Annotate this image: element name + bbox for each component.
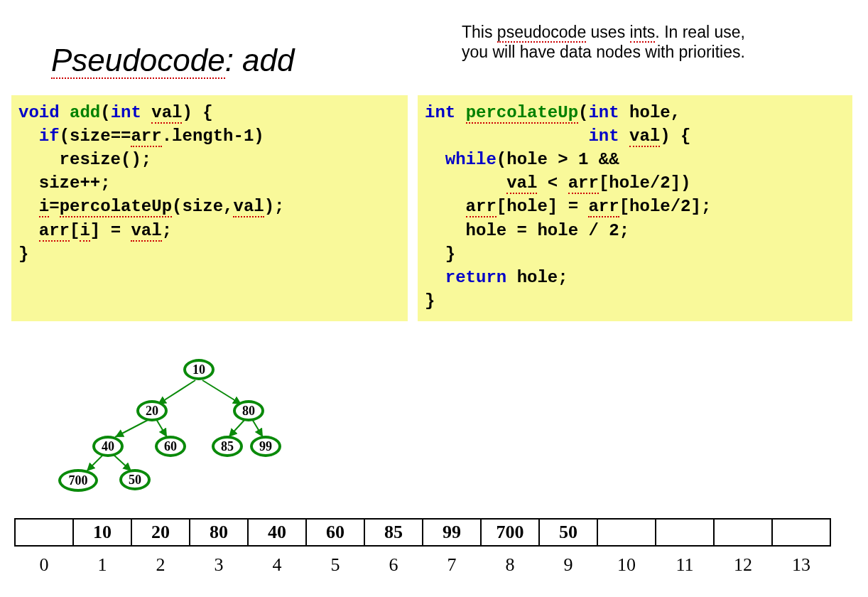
array-cell-7: 99 <box>422 518 482 547</box>
code-add: void add(int val) { if(size==arr.length-… <box>11 95 408 321</box>
slide: Pseudocode: add This pseudocode uses int… <box>0 0 868 597</box>
index-2: 2 <box>131 554 190 576</box>
index-7: 7 <box>422 554 482 576</box>
index-5: 5 <box>305 554 365 576</box>
svg-line-6 <box>87 455 103 471</box>
array-cell-12 <box>713 518 773 547</box>
array-cell-0 <box>14 518 74 547</box>
array-cell-9: 50 <box>538 518 598 547</box>
index-8: 8 <box>480 554 540 576</box>
index-12: 12 <box>713 554 773 576</box>
array-cell-13 <box>771 518 831 547</box>
svg-line-4 <box>229 419 245 437</box>
title-underlined: Pseudocode <box>51 43 225 79</box>
svg-line-2 <box>115 419 149 437</box>
array-cell-11 <box>655 518 715 547</box>
svg-line-5 <box>252 419 263 437</box>
array-cell-10 <box>597 518 656 547</box>
code-percolate-up: int percolateUp(int hole, int val) { whi… <box>418 95 852 321</box>
tree-node-5: 60 <box>155 436 186 457</box>
index-9: 9 <box>538 554 598 576</box>
array-cell-1: 10 <box>72 518 132 547</box>
array-cell-5: 60 <box>305 518 365 547</box>
title-rest: : add <box>225 43 295 77</box>
tree-node-2: 20 <box>136 400 168 421</box>
index-11: 11 <box>655 554 715 576</box>
tree-node-7: 99 <box>250 436 281 457</box>
index-1: 1 <box>72 554 132 576</box>
index-10: 10 <box>597 554 656 576</box>
index-0: 0 <box>14 554 74 576</box>
heap-tree: 10 20 80 40 60 85 99 700 50 <box>43 352 327 508</box>
array-cell-6: 85 <box>364 518 423 547</box>
tree-node-8: 700 <box>58 469 98 492</box>
note-text: This pseudocode uses ints. In real use, … <box>462 23 831 62</box>
array-cell-2: 20 <box>131 518 190 547</box>
tree-node-6: 85 <box>212 436 243 457</box>
svg-line-0 <box>158 380 195 404</box>
slide-title: Pseudocode: add <box>51 43 295 78</box>
array-cell-3: 80 <box>189 518 249 547</box>
index-row: 0 1 2 3 4 5 6 7 8 9 10 11 12 13 <box>14 554 831 576</box>
svg-line-3 <box>156 419 167 437</box>
array-row: 10 20 80 40 60 85 99 700 50 <box>14 518 831 547</box>
svg-line-1 <box>202 380 242 404</box>
index-3: 3 <box>189 554 249 576</box>
array-cell-8: 700 <box>480 518 540 547</box>
tree-node-9: 50 <box>119 469 151 490</box>
array-cell-4: 40 <box>247 518 307 547</box>
index-6: 6 <box>364 554 423 576</box>
tree-node-1: 10 <box>183 359 215 380</box>
index-4: 4 <box>247 554 307 576</box>
index-13: 13 <box>771 554 831 576</box>
tree-node-3: 80 <box>233 400 264 421</box>
svg-line-7 <box>114 455 131 471</box>
tree-node-4: 40 <box>92 436 124 457</box>
